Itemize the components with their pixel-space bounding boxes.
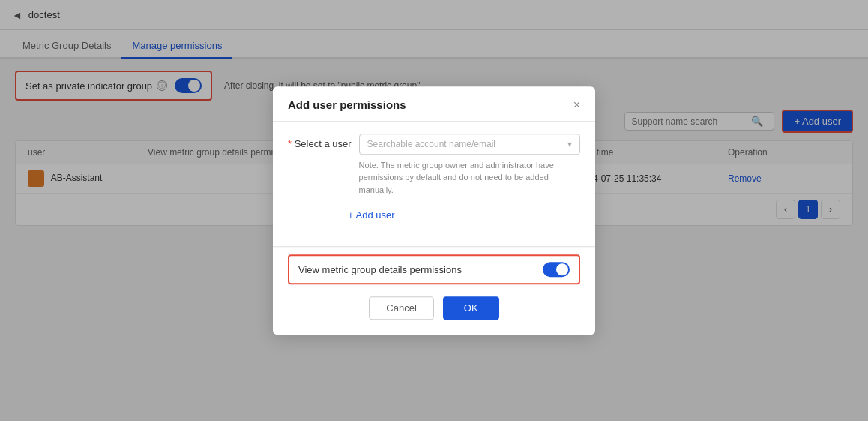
note-text: Note: The metric group owner and adminis…: [359, 159, 580, 197]
modal-header: Add user permissions ×: [273, 86, 595, 122]
modal-body: * Select a user Searchable account name/…: [273, 122, 595, 239]
modal-divider: [273, 246, 595, 247]
permissions-toggle[interactable]: [543, 262, 570, 277]
user-select-dropdown[interactable]: Searchable account name/email ▾: [359, 134, 580, 155]
select-label: Select a: [295, 138, 330, 149]
select-user-label: * Select a user: [288, 134, 359, 149]
required-mark: *: [288, 138, 292, 149]
modal-footer: Cancel OK: [273, 284, 595, 320]
select-placeholder: Searchable account name/email: [367, 139, 495, 149]
page-background: ◄ doctest Metric Group Details Manage pe…: [0, 0, 868, 421]
add-user-modal: Add user permissions × * Select a user S…: [273, 86, 595, 335]
dropdown-arrow-icon: ▾: [567, 139, 572, 149]
form-field: Searchable account name/email ▾ Note: Th…: [359, 134, 580, 197]
modal-add-user-link[interactable]: + Add user: [288, 203, 580, 227]
form-row-select-user: * Select a user Searchable account name/…: [288, 134, 580, 197]
permissions-label: View metric group details permissions: [298, 264, 462, 275]
modal-title: Add user permissions: [288, 98, 406, 111]
cancel-button[interactable]: Cancel: [369, 296, 433, 320]
modal-close-button[interactable]: ×: [573, 98, 580, 112]
permissions-row: View metric group details permissions: [288, 254, 580, 284]
select-label2: user: [332, 138, 351, 149]
ok-button[interactable]: OK: [443, 296, 499, 320]
